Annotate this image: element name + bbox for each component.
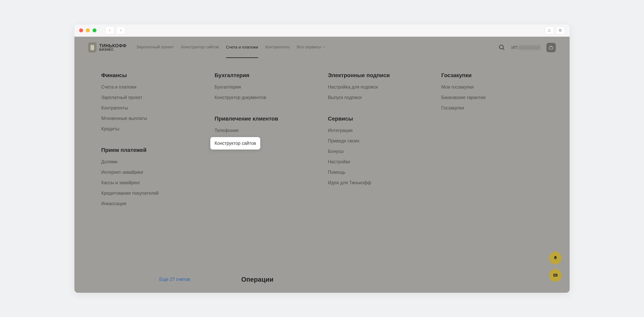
nav-item-all-services[interactable]: Все сервисы (297, 44, 326, 50)
nav-item-accounts-payments[interactable]: Счета и платежи (226, 45, 258, 58)
user-label[interactable]: ИП (511, 45, 540, 50)
operations-heading: Операции (241, 276, 274, 283)
mega-link[interactable]: Помощь (328, 170, 430, 175)
mega-link[interactable]: Телефония (215, 128, 316, 133)
mega-link[interactable]: Интернет-эквайринг (101, 170, 203, 175)
mega-heading-clients: Привлечение клиентов (215, 116, 316, 122)
mega-link[interactable]: Мои госзакупки (441, 84, 543, 90)
mega-col-procurement: Госзакупки Мои госзакупки Банковские гар… (441, 72, 543, 212)
mega-link[interactable]: Банковские гарантии (441, 95, 543, 100)
mega-heading-finance: Финансы (101, 72, 203, 78)
mega-link[interactable]: Интеграции (328, 128, 430, 133)
close-window-button[interactable] (79, 28, 83, 32)
notifications-fab[interactable] (549, 252, 562, 264)
mega-link[interactable]: Зарплатный проект (101, 95, 203, 100)
logo-line2: БИЗНЕС (99, 48, 127, 52)
logo[interactable]: ТИНЬКОФФ БИЗНЕС (88, 42, 127, 53)
site-header: ТИНЬКОФФ БИЗНЕС Зарплатный проект Констр… (74, 37, 570, 58)
svg-rect-6 (554, 276, 556, 276)
chevron-left-icon (108, 29, 111, 32)
nav-item-more-label: Все сервисы (297, 44, 321, 49)
mega-link[interactable]: Конструктор документов (215, 95, 316, 100)
mega-col-signatures: Электронные подписи Настройка для подпис… (328, 72, 430, 212)
browser-title-bar (74, 24, 570, 37)
chat-fab[interactable] (549, 269, 562, 282)
shield-icon (88, 42, 96, 53)
mega-link[interactable]: Приведи своих (328, 138, 430, 144)
fab-column (549, 252, 562, 282)
svg-rect-3 (549, 47, 553, 49)
mega-link[interactable]: Выпуск подписи (328, 95, 430, 100)
mega-link[interactable]: Настройка для подписи (328, 84, 430, 90)
title-bar-right (545, 26, 565, 34)
nav-item-counterparties[interactable]: Контрагенты (265, 44, 290, 50)
chevron-right-icon (119, 29, 122, 32)
svg-rect-1 (559, 29, 561, 31)
search-icon[interactable] (498, 44, 505, 51)
mega-heading-payments: Прием платежей (101, 147, 203, 153)
top-nav: Зарплатный проект Конструктор сайтов Сче… (136, 37, 326, 58)
mega-link[interactable]: Инкассация (101, 201, 203, 206)
user-name-blurred (519, 45, 540, 50)
header-right: ИП (498, 43, 556, 52)
bell-icon (553, 255, 558, 261)
mega-heading-services: Сервисы (328, 116, 430, 122)
traffic-lights (79, 28, 96, 32)
nav-arrows (105, 26, 125, 34)
page-content: ТИНЬКОФФ БИЗНЕС Зарплатный проект Констр… (74, 37, 570, 293)
mega-link[interactable]: Госзакупки (441, 105, 543, 111)
mega-link[interactable]: Счета и платежи (101, 84, 203, 90)
mega-link[interactable]: Бонусы (328, 149, 430, 154)
briefcase-avatar[interactable] (546, 43, 556, 52)
share-button[interactable] (545, 26, 554, 34)
mega-link[interactable]: Мгновенные выплаты (101, 116, 203, 121)
tabs-button[interactable] (556, 26, 565, 34)
mega-link[interactable]: Кредиты (101, 126, 203, 132)
more-accounts-link[interactable]: Еще 27 счетов (159, 277, 190, 282)
svg-rect-4 (554, 274, 558, 276)
copy-icon (558, 28, 562, 32)
logo-line1: ТИНЬКОФФ (99, 44, 127, 48)
nav-item-site-builder[interactable]: Конструктор сайтов (181, 44, 219, 50)
mega-col-finance: Финансы Счета и платежи Зарплатный проек… (101, 72, 203, 212)
mega-link[interactable]: Кредитование покупателей (101, 190, 203, 196)
mega-heading-accounting: Бухгалтерия (215, 72, 316, 78)
mega-link[interactable]: Долями (101, 159, 203, 164)
chevron-up-icon (323, 46, 326, 48)
mega-col-accounting: Бухгалтерия Бухгалтерия Конструктор доку… (215, 72, 316, 212)
mega-heading-signatures: Электронные подписи (328, 72, 430, 78)
logo-text: ТИНЬКОФФ БИЗНЕС (99, 44, 127, 52)
svg-rect-0 (560, 30, 561, 31)
chat-icon (553, 272, 558, 278)
mega-menu: Финансы Счета и платежи Зарплатный проек… (88, 61, 556, 226)
mega-heading-procurement: Госзакупки (441, 72, 543, 78)
briefcase-icon (549, 45, 554, 50)
mega-link-site-builder-highlighted[interactable]: Конструктор сайтов (210, 137, 260, 150)
forward-button[interactable] (116, 26, 125, 34)
svg-point-2 (500, 45, 504, 49)
browser-window: ТИНЬКОФФ БИЗНЕС Зарплатный проект Констр… (74, 24, 570, 293)
svg-rect-5 (554, 274, 557, 275)
background-content: Еще 27 счетов Операции (159, 276, 274, 283)
mega-link[interactable]: Идеи для Тинькофф (328, 180, 430, 186)
nav-item-salary-project[interactable]: Зарплатный проект (136, 44, 174, 50)
mega-link[interactable]: Бухгалтерия (215, 84, 316, 90)
mega-link[interactable]: Кассы и эквайринг (101, 180, 203, 186)
user-prefix: ИП (511, 45, 518, 50)
mega-link[interactable]: Контрагенты (101, 105, 203, 111)
minimize-window-button[interactable] (86, 28, 90, 32)
share-icon (548, 28, 551, 32)
maximize-window-button[interactable] (92, 28, 96, 32)
mega-link[interactable]: Настройки (328, 159, 430, 164)
back-button[interactable] (105, 26, 114, 34)
